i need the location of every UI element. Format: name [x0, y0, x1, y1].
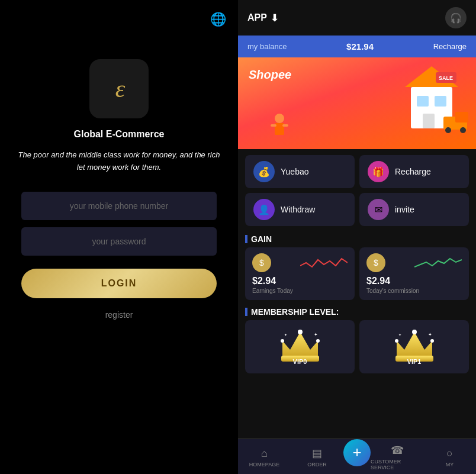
svg-rect-8: [455, 112, 468, 122]
vip0-card[interactable]: ✦ ✦ VIP0: [245, 320, 355, 373]
vip1-badge: ✦ ✦ VIP1: [394, 329, 435, 365]
membership-bar: [245, 308, 247, 316]
shopee-logo-text: Shopee: [249, 68, 291, 82]
svg-point-18: [281, 339, 284, 343]
svg-rect-4: [435, 96, 446, 107]
svg-text:✦: ✦: [314, 332, 318, 337]
invite-icon: ✉: [368, 199, 389, 220]
svg-rect-2: [423, 114, 435, 128]
svg-marker-15: [282, 332, 318, 359]
svg-text:✦: ✦: [398, 333, 401, 337]
password-input[interactable]: [21, 227, 217, 256]
gain-section-title: GAIN: [238, 232, 476, 247]
svg-text:✦: ✦: [428, 332, 432, 337]
svg-point-17: [298, 330, 303, 334]
svg-point-11: [275, 114, 284, 123]
vip1-card[interactable]: ✦ ✦ VIP1: [359, 320, 469, 373]
brand-name: Global E-Commerce: [74, 129, 165, 140]
balance-bar: my balance $21.94 Recharge: [238, 36, 476, 57]
yuebao-icon: 💰: [253, 161, 275, 182]
earnings-chart: [300, 254, 348, 272]
bottom-nav: ⌂ HOMEPAGE ▤ ORDER + ☎ CUSTOMER SERVICE …: [238, 438, 476, 474]
tagline: The poor and the middle class work for m…: [12, 149, 226, 174]
vip1-label: VIP1: [407, 358, 422, 365]
delivery-icon: [268, 111, 291, 143]
promo-banner: Shopee SALE: [238, 57, 476, 149]
nav-my[interactable]: ○ MY: [423, 447, 476, 467]
balance-amount: $21.94: [346, 41, 374, 51]
svg-rect-14: [282, 124, 288, 127]
balance-label: my balance: [247, 42, 287, 51]
action-recharge[interactable]: 🎁 Recharge: [359, 155, 469, 188]
svg-point-10: [460, 127, 466, 133]
svg-point-25: [395, 339, 398, 343]
action-yuebao[interactable]: 💰 Yuebao: [245, 155, 355, 188]
order-label: ORDER: [307, 462, 327, 467]
nav-plus-button[interactable]: +: [343, 439, 371, 466]
order-icon: ▤: [312, 447, 322, 460]
section-bar: [245, 235, 247, 243]
recharge-icon: 🎁: [368, 161, 389, 182]
app-title: APP ⬇: [247, 12, 278, 24]
customer-service-icon: ☎: [391, 444, 404, 457]
withdraw-label: Withdraw: [281, 205, 315, 214]
commission-card: $ $2.94 Today's commission: [359, 247, 469, 300]
store-illustration: SALE: [393, 63, 470, 143]
support-icon[interactable]: 🎧: [445, 7, 467, 28]
action-withdraw[interactable]: 👤 Withdraw: [245, 193, 355, 226]
homepage-label: HOMEPAGE: [249, 462, 279, 467]
vip0-crown: ✦ ✦: [279, 329, 321, 362]
login-button[interactable]: LOGIN: [21, 269, 217, 298]
svg-rect-13: [271, 124, 276, 127]
brand-logo: ε: [115, 75, 123, 103]
svg-marker-22: [397, 332, 432, 359]
home-icon: ⌂: [261, 447, 268, 460]
nav-customer-service[interactable]: ☎ CUSTOMER SERVICE: [371, 444, 423, 470]
earnings-today-card: $ $2.94 Earnings Today: [245, 247, 355, 300]
my-label: MY: [446, 462, 454, 467]
nav-homepage[interactable]: ⌂ HOMEPAGE: [238, 447, 291, 467]
commission-chart: [414, 254, 462, 272]
left-panel: 🌐 ε Global E-Commerce The poor and the m…: [0, 0, 238, 474]
vip0-badge: ✦ ✦ VIP0: [279, 329, 321, 365]
customer-service-label: CUSTOMER SERVICE: [371, 459, 423, 470]
withdraw-icon: 👤: [253, 199, 275, 220]
commission-label: Today's commission: [366, 288, 462, 294]
svg-rect-3: [417, 96, 429, 107]
app-label: APP: [247, 12, 267, 23]
coin-icon-1: $: [252, 253, 271, 272]
earnings-label: Earnings Today: [252, 288, 348, 294]
phone-input[interactable]: [21, 192, 217, 220]
app-header: APP ⬇ 🎧: [238, 0, 476, 36]
plus-icon: +: [352, 443, 361, 462]
earnings-amount: $2.94: [252, 276, 348, 286]
recharge-header-link[interactable]: Recharge: [433, 42, 467, 51]
download-icon[interactable]: ⬇: [271, 12, 278, 24]
membership-section-title: MEMBERSHIP LEVEL:: [238, 305, 476, 320]
coin-icon-2: $: [366, 253, 385, 272]
svg-point-9: [445, 127, 451, 133]
membership-cards: ✦ ✦ VIP0: [238, 320, 476, 378]
svg-text:✦: ✦: [284, 333, 287, 337]
svg-text:SALE: SALE: [439, 75, 453, 81]
svg-point-24: [412, 330, 417, 334]
quick-actions: 💰 Yuebao 🎁 Recharge 👤 Withdraw ✉ invite: [238, 149, 476, 232]
gain-cards: $ $2.94 Earnings Today $ $2.94 Today's c…: [238, 247, 476, 305]
right-panel: APP ⬇ 🎧 my balance $21.94 Recharge Shope…: [238, 0, 476, 474]
my-icon: ○: [446, 447, 453, 460]
logo-box: ε: [89, 59, 149, 118]
register-link[interactable]: register: [105, 310, 133, 320]
nav-order[interactable]: ▤ ORDER: [291, 447, 343, 467]
vip1-crown: ✦ ✦: [394, 329, 435, 362]
headset-icon: 🎧: [450, 12, 462, 24]
svg-point-26: [430, 339, 434, 343]
commission-amount: $2.94: [366, 276, 462, 286]
vip0-label: VIP0: [293, 358, 307, 365]
globe-icon[interactable]: 🌐: [210, 12, 226, 27]
invite-label: invite: [395, 205, 414, 214]
recharge-label: Recharge: [395, 167, 431, 176]
yuebao-label: Yuebao: [281, 167, 309, 176]
action-invite[interactable]: ✉ invite: [359, 193, 469, 226]
svg-point-19: [316, 339, 320, 343]
